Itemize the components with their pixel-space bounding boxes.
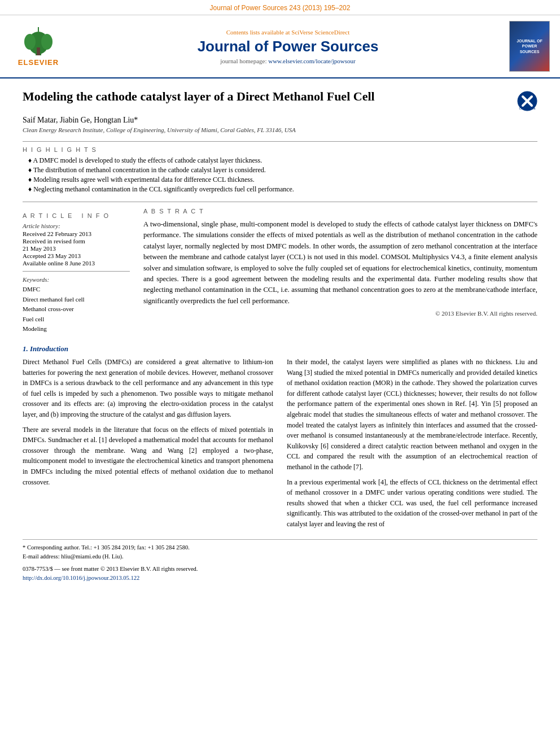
journal-title: Journal of Power Sources [67, 38, 509, 55]
copyright: © 2013 Elsevier B.V. All rights reserved… [143, 310, 537, 317]
accepted-date: Accepted 23 May 2013 [23, 252, 130, 259]
intro-para-3: In their model, the catalyst layers were… [287, 357, 537, 473]
journal-ref: Journal of Power Sources 243 (2013) 195–… [210, 4, 351, 12]
journal-homepage: journal homepage: www.elsevier.com/locat… [67, 58, 509, 64]
svg-point-2 [24, 34, 36, 50]
keywords-section: Keywords: DMFC Direct methanol fuel cell… [23, 276, 130, 334]
intro-col1: Direct Methanol Fuel Cells (DMFCs) are c… [23, 357, 273, 534]
authors: Saif Matar, Jiabin Ge, Hongtan Liu* [23, 116, 537, 125]
footnote-issn: 0378-7753/$ — see front matter © 2013 El… [23, 565, 537, 574]
affiliation: Clean Energy Research Institute, College… [23, 126, 537, 133]
divider-keywords [23, 271, 130, 272]
journal-cover-image: JOURNAL OF POWER SOURCES [509, 21, 550, 72]
crossmark-icon: CrossMark [517, 91, 537, 111]
highlight-item-1: A DMFC model is developed to study the e… [23, 156, 537, 165]
available-date: Available online 8 June 2013 [23, 260, 130, 267]
highlights-section: H I G H L I G H T S A DMFC model is deve… [23, 146, 537, 194]
journal-header: ELSEVIER Contents lists available at Sci… [0, 15, 560, 78]
intro-para-1: Direct Methanol Fuel Cells (DMFCs) are c… [23, 357, 273, 420]
revised-date: 21 May 2013 [23, 245, 130, 252]
intro-para-2: There are several models in the literatu… [23, 425, 273, 488]
intro-section: 1. Introduction Direct Methanol Fuel Cel… [23, 344, 537, 534]
doi-link[interactable]: http://dx.doi.org/10.1016/j.jpowsour.201… [23, 575, 139, 581]
highlight-item-2: The distribution of methanol concentrati… [23, 166, 537, 174]
footnote-email: E-mail address: hliu@miami.edu (H. Liu). [23, 552, 537, 561]
keyword-4: Fuel cell [23, 314, 130, 325]
divider-mid [23, 202, 537, 202]
history-label: Article history: [23, 222, 130, 229]
keyword-3: Methanol cross-over [23, 304, 130, 314]
cover-label: JOURNAL OF POWER SOURCES [512, 38, 547, 54]
elsevier-logo-block: ELSEVIER [10, 26, 67, 67]
intro-col2: In their model, the catalyst layers were… [287, 357, 537, 534]
article-info-abstract: A R T I C L E I N F O Article history: R… [23, 208, 537, 334]
footnote-email-text: E-mail address: hliu@miami.edu (H. Liu). [23, 553, 124, 560]
received-date: Received 22 February 2013 [23, 230, 130, 237]
elsevier-label: ELSEVIER [18, 58, 59, 67]
main-content: Modeling the cathode catalyst layer of a… [0, 78, 560, 592]
intro-body: Direct Methanol Fuel Cells (DMFCs) are c… [23, 357, 537, 534]
abstract-text: A two-dimensional, single phase, multi-c… [143, 219, 537, 307]
keyword-1: DMFC [23, 285, 130, 295]
svg-point-3 [41, 34, 53, 50]
svg-text:CrossMark: CrossMark [519, 107, 536, 110]
footnote-section: * Corresponding author. Tel.: +1 305 284… [23, 539, 537, 582]
intro-para-4: In a previous experimental work [4], the… [287, 477, 537, 530]
footnote-doi: http://dx.doi.org/10.1016/j.jpowsour.201… [23, 574, 537, 583]
keyword-5: Modeling [23, 324, 130, 334]
intro-heading: 1. Introduction [23, 344, 537, 353]
sciverse-text: Contents lists available at SciVerse Sci… [67, 29, 509, 36]
divider-top [23, 141, 537, 142]
sciverse-link-text: SciVerse ScienceDirect [291, 29, 349, 36]
revised-label: Received in revised form [23, 238, 130, 244]
abstract-section: A B S T R A C T A two-dimensional, singl… [143, 208, 537, 334]
highlight-item-3: Modeling results agree well with experim… [23, 176, 537, 184]
article-title: Modeling the cathode catalyst layer of a… [23, 89, 511, 105]
sciverse-prefix: Contents lists available at [226, 29, 291, 36]
journal-center-block: Contents lists available at SciVerse Sci… [67, 29, 509, 64]
footnote-corresponding: * Corresponding author. Tel.: +1 305 284… [23, 543, 537, 552]
abstract-label: A B S T R A C T [143, 208, 537, 215]
homepage-prefix: journal homepage: [220, 58, 268, 64]
article-title-row: Modeling the cathode catalyst layer of a… [23, 89, 537, 111]
keywords-label: Keywords: [23, 276, 130, 283]
keyword-2: Direct methanol fuel cell [23, 295, 130, 305]
article-info-section-label: A R T I C L E I N F O [23, 212, 130, 219]
homepage-link[interactable]: www.elsevier.com/locate/jpowsour [268, 58, 355, 64]
article-info-col: A R T I C L E I N F O Article history: R… [23, 208, 130, 334]
elsevier-tree-icon [19, 26, 58, 57]
highlights-label: H I G H L I G H T S [23, 146, 537, 153]
svg-rect-4 [37, 47, 40, 55]
top-bar: Journal of Power Sources 243 (2013) 195–… [0, 0, 560, 15]
highlight-item-4: Neglecting methanol contamination in the… [23, 185, 537, 194]
